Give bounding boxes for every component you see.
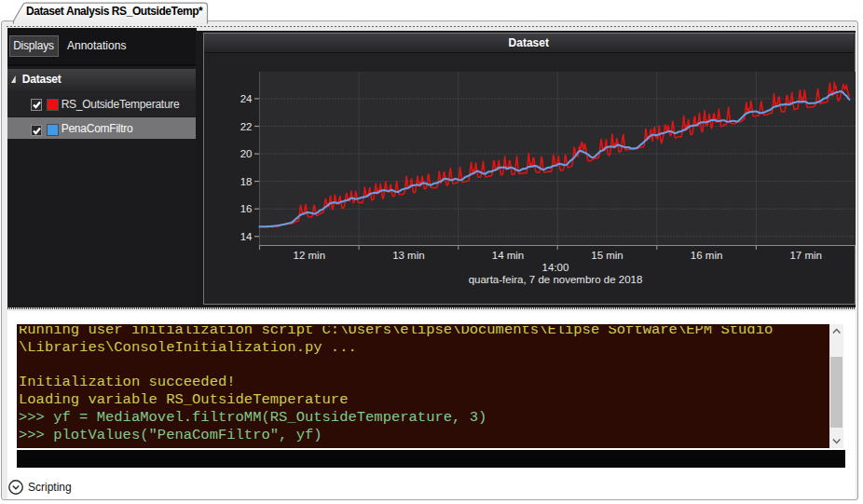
svg-text:15 min: 15 min	[591, 250, 623, 261]
svg-text:14: 14	[240, 231, 252, 242]
svg-text:12 min: 12 min	[293, 250, 325, 261]
svg-text:quarta-feira, 7 de novembro de: quarta-feira, 7 de novembro de 2018	[468, 274, 642, 285]
svg-text:16 min: 16 min	[690, 250, 722, 261]
svg-text:14 min: 14 min	[491, 250, 524, 261]
svg-text:24: 24	[240, 93, 252, 104]
svg-text:20: 20	[240, 148, 252, 159]
svg-text:14:00: 14:00	[541, 262, 568, 273]
svg-text:16: 16	[240, 203, 252, 214]
svg-text:17 min: 17 min	[789, 250, 822, 261]
svg-text:18: 18	[240, 176, 252, 187]
svg-text:13 min: 13 min	[392, 250, 425, 261]
svg-text:22: 22	[240, 121, 252, 132]
